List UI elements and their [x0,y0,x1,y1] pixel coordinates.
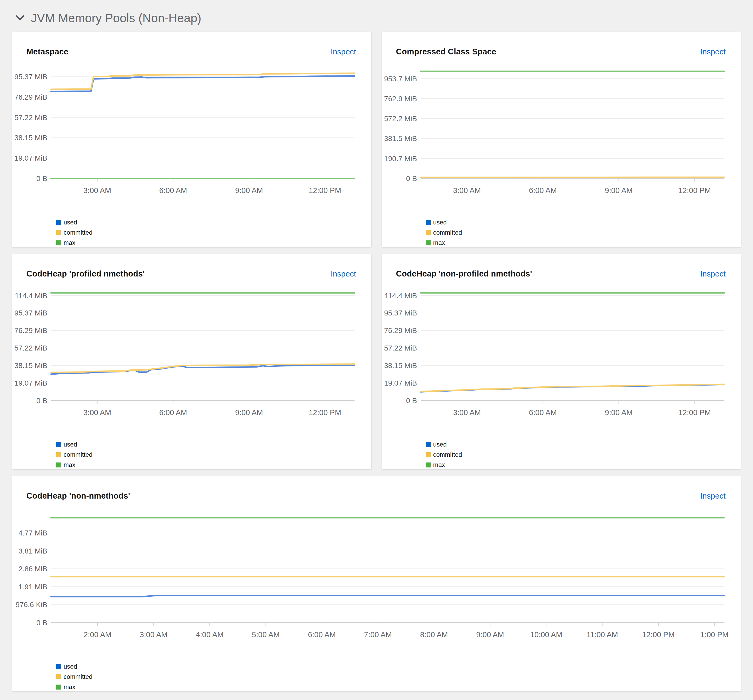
chart-title: CodeHeap 'profiled nmethods' [27,269,145,278]
series-line-committed [421,384,724,392]
legend-item-max: max [56,461,371,469]
dashboard-grid: Metaspace Inspect 0 B19.07 MiB38.15 MiB5… [0,32,753,691]
legend-item-used: used [56,663,741,670]
x-tick-label: 9:00 AM [476,630,504,639]
y-tick-label: 4.77 MiB [19,529,48,537]
chart-legend: usedcommittedmax [426,219,741,247]
legend-label: max [64,239,75,247]
legend-swatch-committed [426,230,431,235]
legend-swatch-used [56,220,61,225]
legend-label: committed [64,451,92,458]
y-tick-label: 38.15 MiB [384,361,417,370]
inspect-link[interactable]: Inspect [331,47,356,56]
legend-swatch-used [56,442,61,447]
x-tick-label: 6:00 AM [529,408,557,417]
legend-swatch-used [426,220,431,225]
x-tick-label: 5:00 AM [252,630,279,639]
chart-canvas: 0 B19.07 MiB38.15 MiB57.22 MiB76.29 MiB9… [12,60,371,218]
y-tick-label: 95.37 MiB [14,309,47,317]
x-tick-label: 6:00 AM [159,186,187,195]
x-tick-label: 3:00 AM [83,408,111,417]
x-tick-label: 9:00 AM [605,408,633,417]
inspect-link[interactable]: Inspect [700,47,725,56]
y-tick-label: 19.07 MiB [14,379,47,387]
legend-item-max: max [426,239,741,247]
chart-legend: usedcommittedmax [56,441,371,469]
legend-label: used [64,441,77,448]
y-tick-label: 2.86 MiB [19,565,48,573]
legend-swatch-committed [56,452,61,457]
y-tick-label: 19.07 MiB [384,379,417,387]
x-tick-label: 11:00 AM [586,630,618,639]
chart-title: Compressed Class Space [396,47,496,56]
section-toggle-jvm-memory-pools[interactable]: JVM Memory Pools (Non-Heap) [0,0,753,32]
chart-card-compressed-class-space: Compressed Class Space Inspect 0 B190.7 … [382,32,741,247]
chart-title: CodeHeap 'non-nmethods' [27,491,130,501]
inspect-link[interactable]: Inspect [700,492,725,500]
x-tick-label: 3:00 AM [453,186,480,195]
chart-title: CodeHeap 'non-profiled nmethods' [396,269,532,278]
legend-swatch-max [56,462,61,467]
legend-swatch-max [426,462,431,467]
x-tick-label: 2:00 AM [84,630,111,639]
legend-label: max [64,683,75,691]
x-tick-label: 4:00 AM [196,630,223,639]
legend-label: max [64,461,75,469]
section-title: JVM Memory Pools (Non-Heap) [31,11,201,25]
y-tick-label: 38.15 MiB [14,361,47,370]
y-tick-label: 0 B [406,397,417,405]
chart-area[interactable]: 0 B976.6 KiB1.91 MiB2.86 MiB3.81 MiB4.77… [12,504,741,662]
y-tick-label: 190.7 MiB [384,155,417,163]
y-tick-label: 76.29 MiB [384,327,417,334]
legend-label: used [433,441,447,448]
x-tick-label: 3:00 AM [453,408,480,417]
y-tick-label: 953.7 MiB [384,75,417,83]
series-line-used [51,76,354,92]
y-tick-label: 19.07 MiB [14,154,47,162]
legend-label: committed [433,451,462,458]
inspect-link[interactable]: Inspect [700,269,725,278]
legend-swatch-committed [56,674,61,679]
y-tick-label: 57.22 MiB [14,344,47,352]
chevron-down-icon [16,15,25,22]
legend-item-committed: committed [56,673,741,680]
legend-item-max: max [56,683,741,691]
chart-area[interactable]: 0 B19.07 MiB38.15 MiB57.22 MiB76.29 MiB9… [12,282,371,440]
legend-swatch-used [56,664,61,669]
y-tick-label: 0 B [36,175,47,183]
y-tick-label: 38.15 MiB [14,134,47,142]
chart-area[interactable]: 0 B19.07 MiB38.15 MiB57.22 MiB76.29 MiB9… [382,282,741,440]
x-tick-label: 9:00 AM [235,186,263,195]
y-tick-label: 95.37 MiB [384,309,417,317]
legend-label: max [433,239,445,247]
legend-swatch-max [56,241,61,245]
x-tick-label: 1:00 PM [700,630,729,639]
chart-area[interactable]: 0 B190.7 MiB381.5 MiB572.2 MiB762.9 MiB9… [382,60,741,218]
legend-item-used: used [56,219,371,226]
x-tick-label: 12:00 PM [309,408,341,417]
legend-label: used [64,663,77,670]
y-tick-label: 381.5 MiB [384,134,417,142]
chart-legend: usedcommittedmax [56,663,741,691]
y-tick-label: 57.22 MiB [384,344,417,352]
y-tick-label: 95.37 MiB [14,73,47,81]
legend-item-committed: committed [426,229,741,236]
x-tick-label: 6:00 AM [308,630,336,639]
inspect-link[interactable]: Inspect [331,269,356,278]
y-tick-label: 762.9 MiB [384,95,417,103]
x-tick-label: 8:00 AM [420,630,448,639]
legend-swatch-committed [56,230,61,235]
legend-label: max [433,461,445,469]
legend-swatch-used [426,442,431,447]
series-line-used [51,365,354,374]
chart-area[interactable]: 0 B19.07 MiB38.15 MiB57.22 MiB76.29 MiB9… [12,60,371,218]
legend-item-used: used [56,441,371,448]
y-tick-label: 0 B [36,619,47,627]
x-tick-label: 7:00 AM [364,630,392,639]
x-tick-label: 12:00 PM [678,408,711,417]
legend-item-max: max [56,239,371,247]
legend-swatch-max [56,684,61,689]
legend-label: committed [64,229,92,236]
chart-card-codeheap-non-profiled-nmethods: CodeHeap 'non-profiled nmethods' Inspect… [382,254,741,469]
chart-title: Metaspace [27,47,68,56]
